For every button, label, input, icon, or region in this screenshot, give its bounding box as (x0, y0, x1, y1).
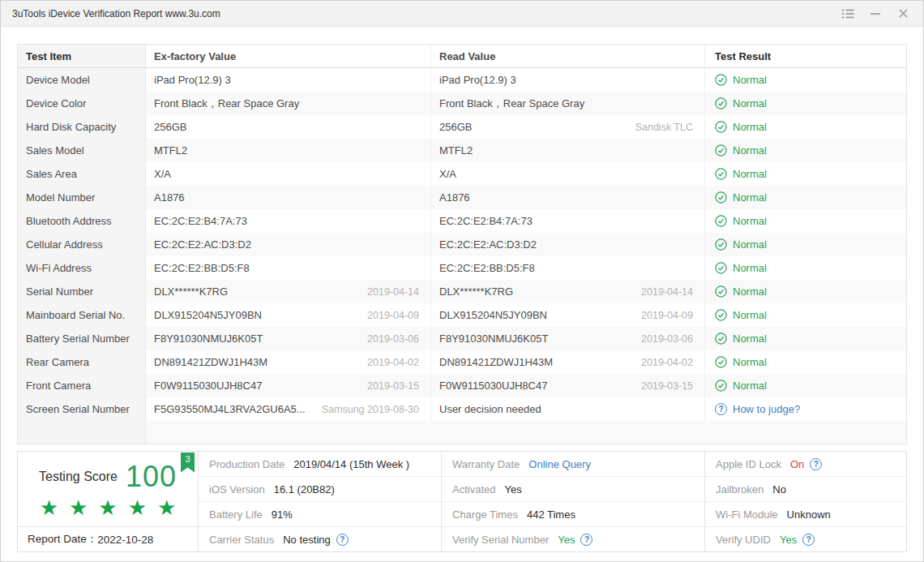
ex-factory-note: Samsung 2019-08-30 (322, 404, 419, 415)
summary-value: 91% (272, 508, 293, 521)
summary-cell: Apple ID LockOn? (705, 452, 906, 477)
score-panel: Testing Score 100 3 ★★★★★ Report Date： 2… (18, 452, 199, 551)
summary-label: Production Date (209, 458, 284, 470)
check-circle-icon (715, 215, 727, 227)
question-circle-icon[interactable]: ? (715, 403, 727, 415)
summary-label: Carrier Status (209, 534, 274, 546)
report-list-icon[interactable] (837, 4, 858, 24)
table-row: Mainboard Serial No.DLX915204N5JY09BN201… (18, 303, 906, 327)
table-row: Wi-Fi AddressEC:2C:E2:BB:D5:F8EC:2C:E2:B… (18, 256, 906, 280)
table-row: Device ModeliPad Pro(12.9) 3iPad Pro(12.… (18, 68, 906, 92)
read-value: iPad Pro(12.9) 3 (439, 74, 516, 86)
test-item-label: Battery Serial Number (26, 332, 130, 345)
result-normal-label: Normal (733, 356, 767, 368)
summary-cell: Wi-Fi ModuleUnknown (705, 502, 906, 527)
read-value: EC:2C:E2:AC:D3:D2 (439, 238, 537, 251)
read-value-note: Sandisk TLC (635, 122, 693, 133)
question-circle-icon[interactable]: ? (336, 534, 349, 546)
table-row: Screen Serial NumberF5G93550MJ4L3RVA2GU6… (18, 397, 906, 421)
summary-label: Battery Life (209, 508, 263, 521)
table-row: Serial NumberDLX******K7RG2019-04-14DLX*… (18, 280, 906, 303)
test-item-label: Wi-Fi Address (26, 262, 92, 274)
check-circle-icon (715, 191, 727, 204)
read-value: Front Black，Rear Space Gray (439, 97, 584, 111)
result-normal-label: Normal (733, 309, 767, 321)
star-icon: ★ (40, 497, 58, 518)
table-row: Sales ModelMTFL2MTFL2Normal (18, 139, 906, 162)
question-circle-icon[interactable]: ? (810, 458, 822, 470)
question-circle-icon[interactable]: ? (580, 534, 592, 546)
ex-factory-value: F8Y91030NMUJ6K05T (154, 332, 263, 345)
ex-factory-value: EC:2C:E2:BB:D5:F8 (154, 262, 250, 274)
read-value: 256GB (439, 121, 472, 133)
check-circle-icon (715, 262, 727, 274)
check-circle-icon (715, 121, 727, 133)
read-value: A1876 (439, 191, 470, 204)
read-value: DN891421ZDWJ1H43M (439, 356, 553, 368)
ex-factory-value: DLX915204N5JY09BN (154, 309, 262, 321)
check-circle-icon (715, 97, 727, 109)
read-value: DLX******K7RG (439, 285, 513, 298)
check-circle-icon (715, 356, 727, 368)
header-read-value: Read Value (431, 45, 705, 67)
table-row: Sales AreaX/AX/ANormal (18, 162, 906, 186)
ex-factory-value: DN891421ZDWJ1H43M (154, 356, 267, 368)
result-normal-label: Normal (733, 121, 767, 133)
star-icon: ★ (69, 497, 88, 518)
summary-value: On (790, 458, 804, 470)
table-row: Bluetooth AddressEC:2C:E2:B4:7A:73EC:2C:… (18, 209, 906, 233)
test-item-label: Mainboard Serial No. (26, 309, 125, 321)
read-value-note: 2019-04-02 (641, 357, 693, 368)
read-value: EC:2C:E2:B4:7A:73 (439, 215, 533, 227)
score-badge-ribbon-icon: 3 (181, 453, 195, 473)
result-normal-label: Normal (733, 144, 767, 157)
header-test-item: Test Item (18, 45, 146, 67)
test-item-label: Sales Area (26, 168, 77, 180)
testing-score-value: 100 (126, 462, 177, 491)
table-row: Rear CameraDN891421ZDWJ1H43M2019-04-02DN… (18, 350, 906, 374)
header-ex-factory: Ex-factory Value (146, 45, 431, 67)
test-item-label: Serial Number (26, 285, 93, 298)
window-title: 3uTools iDevice Verification Report www.… (12, 8, 220, 19)
table-row: Model NumberA1876A1876Normal (18, 186, 906, 209)
testing-score-label: Testing Score (39, 470, 118, 484)
test-item-label: Hard Disk Capacity (26, 121, 116, 133)
check-circle-icon (715, 332, 727, 345)
ex-factory-value: F5G93550MJ4L3RVA2GU6A5... (154, 403, 306, 415)
table-row: Battery Serial NumberF8Y91030NMUJ6K05T20… (18, 327, 906, 350)
summary-cell: JailbrokenNo (705, 477, 906, 502)
ex-factory-value: Front Black，Rear Space Gray (154, 97, 299, 111)
result-normal-label: Normal (733, 238, 767, 251)
summary-label: Warranty Date (452, 458, 520, 470)
read-value-note: 2019-03-06 (641, 333, 693, 345)
summary-label: Jailbroken (716, 483, 764, 496)
result-normal-label: Normal (733, 168, 767, 180)
app-window: { "window": { "title": "3uTools iDevice … (0, 0, 924, 562)
table-body: Device ModeliPad Pro(12.9) 3iPad Pro(12.… (18, 68, 906, 421)
read-value: F0W9115030UJH8C47 (439, 380, 547, 392)
read-value: MTFL2 (439, 144, 473, 157)
report-date-row: Report Date： 2022-10-28 (18, 526, 198, 551)
question-circle-icon[interactable]: ? (802, 534, 815, 546)
report-date-value: 2022-10-28 (97, 534, 153, 546)
ex-factory-value: MTFL2 (154, 144, 187, 157)
summary-cell: Carrier StatusNo testing? (199, 527, 441, 551)
read-value: DLX915204N5JY09BN (439, 309, 547, 321)
summary-cell: Verify Serial NumberYes? (442, 527, 704, 551)
test-item-label: Rear Camera (26, 356, 89, 368)
ex-factory-value: F0W9115030UJH8C47 (154, 380, 262, 392)
close-icon[interactable] (892, 4, 913, 24)
summary-cell: Charge Times442 Times (442, 502, 704, 527)
how-to-judge-link[interactable]: How to judge? (733, 403, 800, 415)
result-normal-label: Normal (733, 332, 767, 345)
minimize-icon[interactable] (865, 4, 886, 24)
check-circle-icon (715, 144, 727, 157)
result-normal-label: Normal (733, 97, 767, 109)
table-row: Cellular AddressEC:2C:E2:AC:D3:D2EC:2C:E… (18, 233, 906, 256)
summary-value: 16.1 (20B82) (274, 483, 335, 496)
summary-value: Yes (780, 534, 797, 546)
star-icon: ★ (128, 497, 147, 518)
online-query-link[interactable]: Online Query (528, 458, 591, 470)
summary-column-1: Production Date2019/04/14 (15th Week )iO… (199, 452, 442, 551)
ex-factory-value: X/A (154, 168, 171, 180)
